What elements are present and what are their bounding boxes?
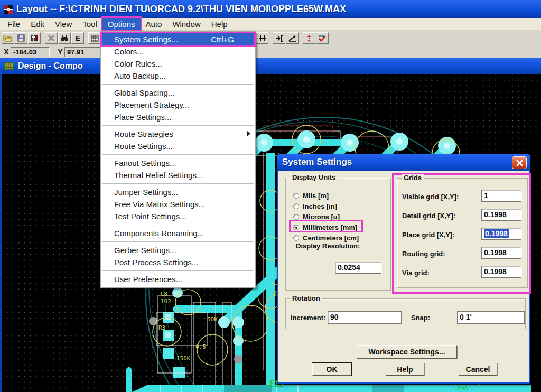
add-route-button[interactable] (273, 32, 285, 44)
min-spacing-button[interactable] (303, 32, 315, 44)
grids-legend: Grids (402, 174, 424, 182)
menu-item-test-point-settings[interactable]: Test Point Settings... (101, 210, 255, 222)
spreadsheet-icon (91, 35, 99, 42)
menu-help[interactable]: Help (206, 18, 233, 30)
menu-item-free-via-matrix-settings[interactable]: Free Via Matrix Settings... (101, 198, 255, 210)
detail-grid-label: Detail grid [X,Y]: (402, 212, 455, 220)
design-titlebar: Design - Compo (0, 58, 541, 74)
x-coordinate-label: X (2, 48, 11, 56)
design-icon (4, 62, 14, 70)
pcb-label: 150K (176, 355, 191, 362)
menu-edit[interactable]: Edit (25, 18, 50, 30)
ok-button[interactable]: OK (312, 363, 351, 376)
place-grid-field[interactable]: 0.1998 (481, 228, 521, 240)
snap-field[interactable]: 0 1' (457, 311, 525, 324)
options-dropdown-menu: System Settings... Ctrl+G Colors... Colo… (100, 31, 256, 288)
menu-item-global-spacing[interactable]: Global Spacing... (101, 87, 255, 99)
detail-grid-field[interactable]: 0.1998 (481, 209, 521, 221)
x-coordinate-field[interactable]: -184.03 (11, 47, 50, 57)
via-grid-field[interactable]: 0.1998 (481, 266, 521, 278)
edit-text-icon: E (74, 34, 81, 42)
millimeters-highlight-annotation (289, 220, 363, 232)
menu-separator (102, 154, 254, 155)
menu-item-place-settings[interactable]: Place Settings... (101, 111, 255, 123)
radio-centimeters[interactable]: Centimeters [cm] (293, 233, 359, 242)
menu-view[interactable]: View (50, 18, 77, 30)
menu-item-components-renaming[interactable]: Components Renaming... (101, 227, 255, 239)
toolbar-right-group: DRC (256, 32, 329, 44)
pcb-label: 50K (207, 316, 218, 323)
increment-field[interactable]: 90 (328, 311, 402, 324)
menu-separator (102, 183, 254, 184)
dialog-close-button[interactable] (512, 156, 527, 169)
pcb-label: C8 (161, 291, 167, 297)
via-grid-label: Via grid: (402, 269, 430, 277)
menu-item-system-settings[interactable]: System Settings... Ctrl+G (102, 33, 254, 45)
visible-grid-label: Visible grid [X,Y]: (402, 193, 459, 201)
cancel-button[interactable]: Cancel (459, 363, 497, 376)
edit-text-button[interactable]: E (71, 32, 84, 44)
menu-item-route-strategies[interactable]: Route Strategies (101, 128, 255, 140)
system-settings-dialog: System Settings Display Units Mils [m] I… (277, 154, 530, 384)
menu-options[interactable]: Options (102, 18, 141, 30)
menu-item-user-preferences[interactable]: User Preferences... (101, 273, 255, 285)
menu-item-post-process-settings[interactable]: Post Process Settings... (101, 256, 255, 268)
menu-item-color-rules[interactable]: Color Rules... (101, 58, 255, 70)
menu-auto[interactable]: Auto (141, 18, 167, 30)
menu-tool[interactable]: Tool (77, 18, 102, 30)
delete-x-icon (48, 34, 55, 42)
component-tool-icon (258, 35, 266, 42)
menu-separator (102, 125, 254, 126)
submenu-arrow-icon (247, 131, 250, 136)
selected-text: 0.1998 (484, 229, 509, 238)
radio-mils[interactable]: Mils [m] (293, 191, 329, 200)
routing-grid-field[interactable]: 0.1998 (481, 247, 521, 259)
routing-grid-label: Routing grid: (402, 250, 445, 258)
save-button[interactable] (15, 32, 27, 44)
find-button[interactable] (58, 32, 71, 44)
menu-item-fanout-settings[interactable]: Fanout Settings... (101, 157, 255, 169)
toolbar-separator (41, 32, 45, 44)
menu-item-auto-backup[interactable]: Auto Backup... (101, 70, 255, 82)
menu-separator (102, 270, 254, 271)
drc-check-icon: DRC (318, 34, 327, 42)
dialog-titlebar: System Settings (277, 154, 530, 171)
radio-inches[interactable]: Inches [in] (293, 201, 337, 211)
display-resolution-label: Display Resolution: (296, 242, 360, 250)
delete-button[interactable] (45, 32, 58, 44)
increment-label: Increment: (291, 314, 325, 322)
open-button[interactable] (2, 32, 14, 44)
spreadsheet-button[interactable] (88, 32, 101, 44)
radio-icon (293, 214, 299, 220)
svg-text:E: E (76, 34, 80, 42)
menu-item-route-settings[interactable]: Route Settings... (101, 140, 255, 152)
menu-item-colors[interactable]: Colors... (101, 45, 255, 58)
pcb-label: 2mA (456, 385, 468, 392)
visible-grid-field[interactable]: 1 (481, 190, 521, 202)
close-icon (516, 160, 523, 166)
workspace-settings-button[interactable]: Workspace Settings... (357, 345, 457, 359)
component-tool-button[interactable] (256, 32, 268, 44)
edit-segment-button[interactable] (286, 32, 299, 44)
display-resolution-field[interactable]: 0.0254 (335, 262, 381, 274)
radio-icon (293, 235, 299, 241)
menu-file[interactable]: File (2, 18, 25, 30)
menu-item-placement-strategy[interactable]: Placement Strategy... (101, 99, 255, 111)
menu-item-gerber-settings[interactable]: Gerber Settings... (101, 244, 255, 256)
app-titlebar: Layout -- F:\CTRINH DIEN TU\ORCAD 9.2\TH… (0, 0, 541, 18)
edit-segment-icon (288, 35, 296, 42)
toolbar-separator (85, 32, 88, 44)
y-coordinate-field[interactable]: 97.91 (64, 47, 104, 57)
help-button[interactable]: Help (386, 363, 424, 376)
library-button[interactable] (28, 32, 41, 44)
app-icon (4, 5, 13, 14)
menu-item-jumper-settings[interactable]: Jumper Settings... (101, 186, 255, 198)
menu-window[interactable]: Window (167, 18, 206, 30)
rotation-legend: Rotation (290, 294, 322, 302)
online-drc-button[interactable]: DRC (316, 32, 329, 44)
save-icon (17, 34, 25, 42)
find-binoculars-icon (60, 34, 69, 42)
window-title: Layout -- F:\CTRINH DIEN TU\ORCAD 9.2\TH… (16, 4, 346, 15)
menu-item-thermal-relief-settings[interactable]: Thermal Relief Settings... (101, 169, 255, 181)
menubar: File Edit View Tool Options Auto Window … (0, 18, 541, 31)
